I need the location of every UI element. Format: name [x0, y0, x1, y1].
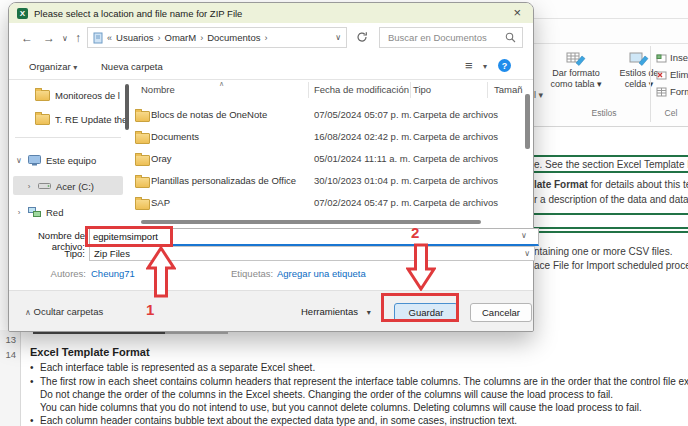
search-input[interactable] [386, 31, 505, 44]
ribbon-bottom-border [533, 126, 688, 127]
tags-label: Etiquetas: [231, 268, 273, 279]
ribbon-left-fragment: l ▾ [534, 90, 543, 100]
close-icon[interactable]: × [509, 3, 525, 23]
file-row-sap[interactable]: SAP 07/02/2024 05:47 p. m. Carpeta de ar… [133, 192, 521, 214]
recent-locations-icon[interactable]: ∨ [62, 34, 68, 43]
excel-text-fragment: ace File for Import scheduled process [534, 260, 688, 271]
view-mode-icon[interactable]: ≡ [465, 58, 473, 73]
breadcrumb-prefix: « [107, 33, 112, 43]
excel-cell-border [533, 213, 688, 215]
doc-continuation-line: Do not change the order of the columns i… [30, 389, 688, 400]
excel-row-number: 14 [0, 349, 16, 360]
annotation-number-2: 2 [411, 224, 419, 241]
excel-text-fragment: e. See the section Excel Template Form [534, 159, 688, 170]
excel-row-header-column: 13 14 [0, 330, 21, 426]
excel-text-fragment: ntaining one or more CSV files. [534, 246, 672, 257]
file-row-documents[interactable]: Documents 16/08/2024 02:42 p. m. Carpeta… [133, 126, 521, 148]
dialog-toolbar: Organizar ▾ Nueva carpeta ≡ ▾ ? [9, 53, 533, 80]
sidebar-item-tre-update[interactable]: T. RE Update the [35, 110, 127, 128]
column-separator[interactable] [487, 82, 488, 98]
ribbon-divider-line [533, 18, 688, 19]
annotation-arrow-down-step2 [406, 243, 436, 291]
view-mode-caret-icon[interactable]: ▾ [483, 62, 487, 71]
up-icon[interactable]: ↑ [75, 31, 81, 45]
address-bar[interactable]: « Usuarios › OmarM › Documentos › ∨ [87, 27, 347, 48]
sidebar-item-red[interactable]: › Red [15, 203, 63, 221]
ribbon-group-divider [650, 46, 651, 122]
address-dropdown-icon[interactable]: ∨ [335, 33, 341, 42]
doc-continuation-line: You can hide columns that you do not int… [30, 402, 688, 413]
drive-icon [38, 181, 51, 191]
sidebar-scrollbar[interactable] [125, 84, 129, 130]
doc-bullet-line: •The first row in each sheet contains co… [30, 376, 688, 387]
sidebar-item-monitoreos[interactable]: Monitoreos de l [35, 86, 120, 104]
delete-cells-icon [656, 69, 667, 80]
cells-group-label: Cel [656, 108, 686, 118]
column-header-nombre[interactable]: Nombre [141, 84, 175, 95]
folder-icon [35, 114, 50, 125]
file-row-onenote[interactable]: Blocs de notas de OneNote 07/05/2024 05:… [133, 104, 521, 126]
filename-dropdown-icon[interactable]: ∨ [521, 231, 527, 240]
refresh-icon[interactable] [356, 31, 368, 45]
search-box[interactable] [379, 27, 523, 48]
insert-cells-button[interactable]: Inse [656, 52, 688, 63]
expander-icon[interactable]: › [25, 182, 33, 191]
column-header-tamano[interactable]: Tamañ [494, 84, 523, 95]
sidebar-item-acer-c[interactable]: › Acer (C:) [25, 177, 94, 195]
dialog-body: Monitoreos de l T. RE Update the ∨ Este … [9, 80, 533, 226]
filetype-dropdown-icon: ∨ [524, 249, 530, 258]
excel-cell-border [533, 227, 688, 229]
file-list-header: Nombre ∧ Fecha de modificación Tipo Tama… [133, 80, 533, 100]
organize-button[interactable]: Organizar ▾ [23, 61, 83, 72]
breadcrumb-item-usuarios[interactable]: Usuarios [116, 32, 154, 43]
expander-icon[interactable]: ∨ [15, 156, 23, 165]
breadcrumb-item-documentos[interactable]: Documentos [207, 32, 260, 43]
bullet-icon: • [30, 362, 40, 373]
column-separator[interactable] [308, 82, 309, 98]
folder-icon [135, 111, 150, 122]
sidebar-item-este-equipo[interactable]: ∨ Este equipo [15, 151, 96, 169]
authors-value-link[interactable]: Cheung71 [91, 268, 135, 279]
folder-icon [135, 155, 150, 166]
file-list-horizontal-scrollbar[interactable] [141, 220, 481, 224]
excel-cell-border [533, 171, 688, 173]
file-list-vertical-scrollbar[interactable] [525, 94, 530, 149]
format-as-table-button[interactable]: Dar formato como tabla ▾ [545, 50, 607, 90]
help-icon[interactable]: ? [498, 59, 511, 72]
column-header-tipo[interactable]: Tipo [413, 84, 431, 95]
tags-add-link[interactable]: Agregar una etiqueta [277, 268, 366, 279]
new-folder-button[interactable]: Nueva carpeta [95, 61, 169, 72]
file-row-plantillas[interactable]: Plantillas personalizadas de Office 30/1… [133, 170, 521, 192]
cell-styles-icon [629, 50, 649, 68]
insert-cells-icon [656, 52, 667, 63]
folder-icon [135, 199, 150, 210]
delete-cells-label: Elim [670, 69, 688, 80]
column-separator[interactable] [410, 82, 411, 98]
column-header-fecha[interactable]: Fecha de modificación [314, 84, 409, 95]
excel-app-icon: X [17, 8, 28, 19]
save-as-dialog: X Please select a location and file name… [8, 2, 534, 332]
tools-dropdown-button[interactable]: Herramientas ▾ [301, 306, 371, 317]
folder-icon [35, 90, 50, 101]
breadcrumb-item-omarm[interactable]: OmarM [165, 32, 197, 43]
format-cells-icon [656, 86, 667, 97]
breadcrumb-separator-icon: › [158, 33, 161, 43]
dialog-title: Please select a location and file name f… [34, 8, 509, 19]
doc-bullet-line: •Each column header contains bubble text… [30, 415, 688, 426]
cancel-button[interactable]: Cancelar [470, 303, 532, 322]
doc-bullet-line: •Each interface table is represented as … [30, 362, 688, 373]
back-icon[interactable]: ← [21, 31, 33, 45]
format-cells-button[interactable]: Form [656, 86, 688, 97]
hide-folders-button[interactable]: ∧ Ocultar carpetas [25, 306, 103, 317]
computer-icon [28, 155, 41, 166]
forward-icon[interactable]: → [43, 31, 55, 45]
insert-cells-label: Inse [670, 52, 688, 63]
file-row-oray[interactable]: Oray 05/01/2024 11:11 a. m. Carpeta de a… [133, 148, 521, 170]
excel-ribbon: l ▾ Dar formato como tabla ▾ Estilos de … [533, 0, 688, 130]
format-table-label-line1: Dar formato [545, 68, 607, 79]
expander-icon[interactable]: › [15, 208, 23, 217]
navigation-pane: Monitoreos de l T. RE Update the ∨ Este … [9, 80, 131, 226]
delete-cells-button[interactable]: Elim [656, 69, 688, 80]
doc-section-heading: Excel Template Format [30, 346, 150, 358]
breadcrumb-separator-icon: › [265, 33, 268, 43]
